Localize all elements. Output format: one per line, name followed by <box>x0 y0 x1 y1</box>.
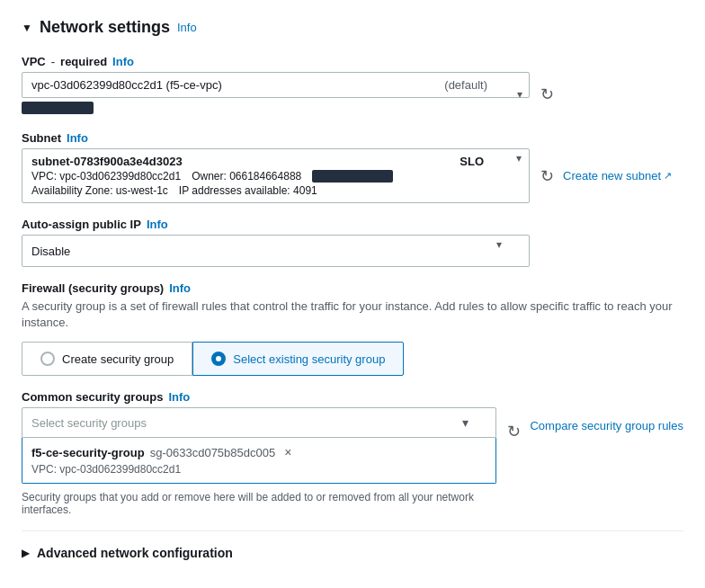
firewall-description: A security group is a set of firewall ru… <box>22 298 683 331</box>
advanced-config-row[interactable]: ▶ Advanced network configuration <box>22 546 683 560</box>
sg-remove-button[interactable]: × <box>284 445 291 459</box>
subnet-refresh-button[interactable]: ↻ <box>537 163 558 190</box>
subnet-select-wrapper: subnet-0783f900a3e4d3023 SLO VPC: vpc-03… <box>22 148 530 203</box>
create-sg-radio[interactable] <box>40 352 55 366</box>
vpc-select-wrapper: vpc-03d062399d80cc2d1 (f5-ce-vpc) (defau… <box>22 72 530 117</box>
subnet-select[interactable]: subnet-0783f900a3e4d3023 SLO VPC: vpc-03… <box>22 148 530 203</box>
compare-sg-link[interactable]: Compare security group rules <box>530 418 683 434</box>
auto-assign-info-link[interactable]: Info <box>147 218 168 231</box>
sg-select-wrapper: Select security groups ▾ f5-ce-security-… <box>22 407 496 516</box>
subnet-label-text: Subnet <box>22 131 61 145</box>
firewall-field-group: Firewall (security groups) Info A securi… <box>22 281 683 376</box>
subnet-redacted-bar <box>312 170 393 183</box>
vpc-refresh-icon: ↻ <box>540 85 554 104</box>
vpc-required: required <box>60 55 107 68</box>
auto-assign-chevron-icon: ▾ <box>496 238 502 251</box>
vpc-select-row: vpc-03d062399d80cc2d1 (f5-ce-vpc) (defau… <box>22 72 683 117</box>
sg-tag-vpc: VPC: vpc-03d062399d80cc2d1 <box>31 463 486 476</box>
subnet-ip: IP addresses available: 4091 <box>179 184 317 197</box>
section-info-link[interactable]: Info <box>177 21 197 34</box>
vpc-dash: - <box>51 55 55 68</box>
sg-refresh-icon: ↻ <box>507 422 521 441</box>
firewall-radio-group: Create security group Select existing se… <box>22 342 683 376</box>
vpc-refresh-button[interactable]: ↻ <box>537 81 558 108</box>
vpc-info-link[interactable]: Info <box>112 55 134 68</box>
vpc-label-text: VPC <box>22 55 46 68</box>
common-sg-info-link[interactable]: Info <box>168 390 190 404</box>
refresh-compare-group: ↻ Compare security group rules <box>504 414 683 445</box>
sg-note: Security groups that you add or remove h… <box>22 491 496 516</box>
subnet-name-row: subnet-0783f900a3e4d3023 SLO <box>31 155 502 168</box>
advanced-label: Advanced network configuration <box>37 546 233 560</box>
vpc-badge: (default) <box>444 78 487 92</box>
create-subnet-label: Create new subnet <box>563 169 661 183</box>
firewall-label: Firewall (security groups) Info <box>22 281 683 295</box>
collapse-toggle[interactable]: ▼ <box>22 22 32 34</box>
common-sg-label-text: Common security groups <box>22 390 163 404</box>
advanced-toggle-icon: ▶ <box>22 547 30 559</box>
auto-assign-value: Disable <box>31 245 70 258</box>
sg-dropdown-chevron: ▾ <box>462 415 469 430</box>
subnet-actions: ↻ Create new subnet ↗ <box>537 163 672 190</box>
sg-placeholder: Select security groups <box>31 416 147 430</box>
auto-assign-select[interactable]: Disable ▾ <box>22 235 530 267</box>
subnet-details-2: Availability Zone: us-west-1c IP address… <box>31 184 502 197</box>
vpc-field-group: VPC - required Info vpc-03d062399d80cc2d… <box>22 55 683 117</box>
auto-assign-label-text: Auto-assign public IP <box>22 218 141 231</box>
auto-assign-select-row: Disable ▾ <box>22 235 683 267</box>
subnet-owner: Owner: 066184664888 <box>192 170 301 183</box>
subnet-label: Subnet Info <box>22 131 683 145</box>
subnet-az: Availability Zone: us-west-1c <box>31 184 168 197</box>
sg-selected-tag-container: f5-ce-security-group sg-0633cd075b85dc00… <box>22 438 496 484</box>
select-sg-radio[interactable] <box>211 352 226 366</box>
sg-refresh-button[interactable]: ↻ <box>504 418 524 445</box>
common-sg-label: Common security groups Info <box>22 390 683 404</box>
select-sg-label: Select existing security group <box>233 352 385 366</box>
vpc-label: VPC - required Info <box>22 55 683 68</box>
vpc-value: vpc-03d062399d80cc2d1 (f5-ce-vpc) <box>31 78 222 92</box>
firewall-info-link[interactable]: Info <box>169 281 191 295</box>
network-settings-section: ▼ Network settings Info VPC - required I… <box>0 0 705 578</box>
auto-assign-label: Auto-assign public IP Info <box>22 218 683 231</box>
create-sg-option[interactable]: Create security group <box>22 342 192 376</box>
select-sg-option[interactable]: Select existing security group <box>192 342 404 376</box>
compare-sg-label: Compare security group rules <box>530 419 683 432</box>
subnet-info-link[interactable]: Info <box>67 131 88 145</box>
subnet-vpc: VPC: vpc-03d062399d80cc2d1 <box>31 170 181 183</box>
sg-dropdown[interactable]: Select security groups ▾ <box>22 407 496 438</box>
create-subnet-link[interactable]: Create new subnet ↗ <box>563 169 672 183</box>
vpc-redacted-bar <box>22 102 94 114</box>
auto-assign-select-wrapper: Disable ▾ <box>22 235 530 267</box>
subnet-name: subnet-0783f900a3e4d3023 <box>31 155 183 168</box>
section-title: Network settings <box>40 18 170 37</box>
section-divider <box>22 530 683 531</box>
subnet-details: VPC: vpc-03d062399d80cc2d1 Owner: 066184… <box>31 170 502 183</box>
subnet-chevron-icon: ▾ <box>516 152 522 165</box>
create-subnet-icon: ↗ <box>664 170 672 182</box>
sg-tag-id: sg-0633cd075b85dc005 <box>150 446 276 459</box>
sg-tag: f5-ce-security-group sg-0633cd075b85dc00… <box>31 445 291 459</box>
create-sg-label: Create security group <box>62 352 174 366</box>
vpc-select[interactable]: vpc-03d062399d80cc2d1 (f5-ce-vpc) (defau… <box>22 72 530 98</box>
firewall-label-text: Firewall (security groups) <box>22 281 164 295</box>
subnet-field-group: Subnet Info subnet-0783f900a3e4d3023 SLO… <box>22 131 683 203</box>
section-header: ▼ Network settings Info <box>22 18 683 37</box>
sg-tag-name: f5-ce-security-group <box>31 446 145 459</box>
subnet-refresh-icon: ↻ <box>540 166 554 186</box>
sg-select-row: Select security groups ▾ f5-ce-security-… <box>22 407 683 516</box>
auto-assign-field-group: Auto-assign public IP Info Disable ▾ <box>22 218 683 267</box>
subnet-badge: SLO <box>460 155 484 168</box>
vpc-redacted <box>22 102 530 117</box>
vpc-chevron-icon: ▾ <box>517 88 522 101</box>
common-sg-field-group: Common security groups Info Select secur… <box>22 390 683 516</box>
subnet-select-row: subnet-0783f900a3e4d3023 SLO VPC: vpc-03… <box>22 148 683 203</box>
